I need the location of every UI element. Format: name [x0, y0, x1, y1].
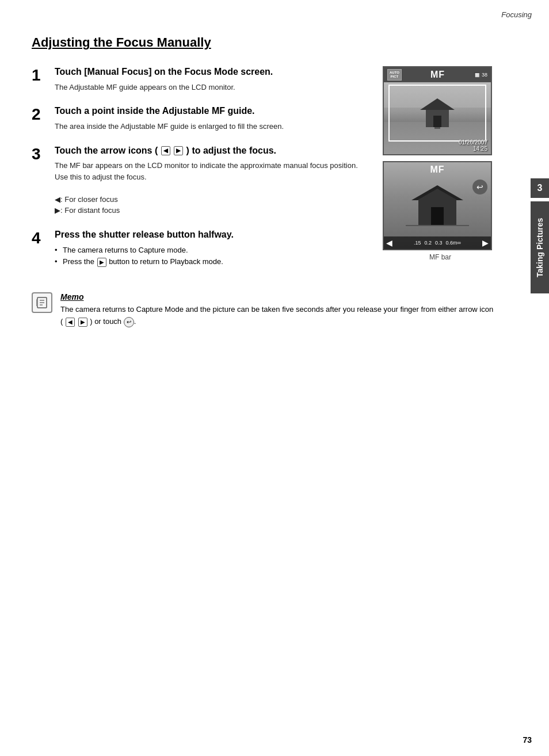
- mf-label-1: MF: [430, 70, 445, 80]
- step-1-title: Touch [Manual Focus] on the Focus Mode s…: [55, 66, 371, 78]
- pavilion-svg-1: [417, 97, 458, 129]
- pavilion-svg-2: [406, 184, 469, 227]
- page-header: Focusing: [0, 0, 549, 24]
- step-2-number: 2: [32, 106, 48, 132]
- mf-left-arrow[interactable]: ◀: [386, 238, 392, 247]
- memo-box: Memo The camera returns to Capture Mode …: [32, 292, 498, 328]
- memo-return-icon: ↩: [124, 317, 134, 327]
- memo-text: The camera returns to Capture Mode and t…: [60, 304, 498, 328]
- memo-title: Memo: [60, 292, 498, 301]
- memo-right-arrow-icon: ▶: [78, 318, 87, 327]
- step-2-body: The area inside the Adjustable MF guide …: [55, 121, 371, 132]
- camera-screen-1: AUTO PICT MF 🔲 38 01/26/2007 14:25: [383, 66, 492, 155]
- step-2: 2 Touch a point inside the Adjustable MF…: [32, 105, 371, 132]
- right-arrow-icon: ▶: [174, 146, 183, 155]
- mf-right-arrow[interactable]: ▶: [482, 238, 489, 247]
- svg-rect-2: [433, 116, 441, 127]
- svg-rect-3: [434, 127, 440, 129]
- content-columns: 1 Touch [Manual Focus] on the Focus Mode…: [32, 66, 498, 281]
- step-3: 3 Touch the arrow icons ( ◀ ▶ ) to adjus…: [32, 145, 371, 216]
- playback-arrow-icon: ▶: [97, 258, 106, 267]
- header-title: Focusing: [501, 10, 532, 19]
- memo-content: Memo The camera returns to Capture Mode …: [60, 292, 498, 328]
- cam-datetime: 01/26/2007 14:25: [459, 139, 487, 152]
- memo-icon: [32, 292, 52, 313]
- cam-1-top-bar: AUTO PICT MF 🔲 38: [384, 67, 491, 82]
- page-number: 73: [523, 735, 532, 744]
- step-4-content: Press the shutter release button halfway…: [55, 229, 371, 268]
- svg-rect-13: [36, 299, 38, 306]
- steps-column: 1 Touch [Manual Focus] on the Focus Mode…: [32, 66, 371, 281]
- chapter-number: 3: [531, 178, 549, 198]
- svg-marker-0: [420, 98, 455, 110]
- step-3-title: Touch the arrow icons ( ◀ ▶ ) to adjust …: [55, 145, 371, 157]
- memo-left-arrow-icon: ◀: [66, 318, 75, 327]
- chapter-label: Taking Pictures: [531, 201, 549, 293]
- return-icon[interactable]: ↩: [472, 180, 487, 194]
- step-4-number: 4: [32, 230, 48, 268]
- step-4-bullets: The camera returns to Capture mode. Pres…: [55, 245, 371, 269]
- camera-images-column: AUTO PICT MF 🔲 38 01/26/2007 14:25: [383, 66, 498, 281]
- camera-screen-2: MF ↩ ◀ .150.20.30.6m∞ ▶: [383, 161, 492, 250]
- step-1-number: 1: [32, 67, 48, 93]
- step-4-title: Press the shutter release button halfway…: [55, 229, 371, 241]
- bullet-1: The camera returns to Capture mode.: [55, 245, 371, 257]
- step-1-content: Touch [Manual Focus] on the Focus Mode s…: [55, 66, 371, 93]
- main-content: Adjusting the Focus Manually 1 Touch [Ma…: [0, 24, 529, 351]
- left-arrow-icon: ◀: [161, 146, 170, 155]
- step-1-body: The Adjustable MF guide appears on the L…: [55, 82, 371, 93]
- battery-info: 🔲 38: [474, 72, 487, 78]
- bullet-2: Press the ▶ button to return to Playback…: [55, 256, 371, 268]
- step-1: 1 Touch [Manual Focus] on the Focus Mode…: [32, 66, 371, 93]
- step-2-title: Touch a point inside the Adjustable MF g…: [55, 105, 371, 117]
- mf-bar: ◀ .150.20.30.6m∞ ▶: [384, 236, 491, 249]
- step-3-number: 3: [32, 146, 48, 216]
- mf-bar-label: MF bar: [383, 253, 498, 261]
- mf-label-2: MF: [430, 165, 444, 175]
- step-3-body: The MF bar appears on the LCD monitor to…: [55, 160, 371, 216]
- page-title: Adjusting the Focus Manually: [32, 35, 498, 50]
- step-3-content: Touch the arrow icons ( ◀ ▶ ) to adjust …: [55, 145, 371, 216]
- svg-rect-7: [431, 207, 444, 226]
- mf-scale: .150.20.30.6m∞: [414, 240, 461, 246]
- autopict-label: AUTO PICT: [387, 69, 402, 80]
- step-4: 4 Press the shutter release button halfw…: [32, 229, 371, 268]
- step-2-content: Touch a point inside the Adjustable MF g…: [55, 105, 371, 132]
- memo-svg-icon: [36, 296, 48, 309]
